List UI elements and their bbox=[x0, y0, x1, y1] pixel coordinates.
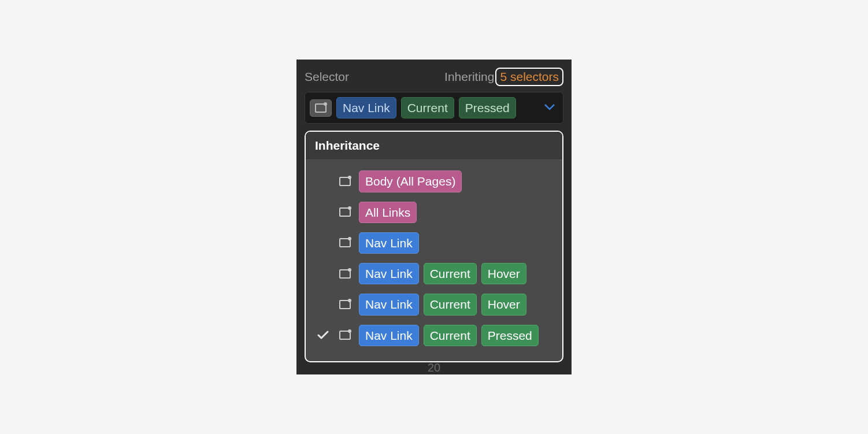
inheritance-row-tags: All Links bbox=[359, 202, 417, 223]
selector-tag[interactable]: Nav Link bbox=[359, 294, 419, 315]
selector-tag[interactable]: Pressed bbox=[481, 325, 539, 346]
selector-tag[interactable]: Current bbox=[424, 325, 477, 346]
inheritance-row-tags: Nav LinkCurrentPressed bbox=[359, 325, 539, 346]
element-icon bbox=[337, 207, 353, 217]
inheritance-row[interactable]: Nav LinkCurrentHover bbox=[313, 258, 555, 289]
element-icon bbox=[337, 269, 353, 279]
selector-tag[interactable]: All Links bbox=[359, 202, 417, 223]
inheritance-row[interactable]: Body (All Pages) bbox=[313, 166, 555, 196]
footer-number: 20 bbox=[305, 360, 563, 374]
inheritance-row-tags: Nav Link bbox=[359, 232, 419, 254]
element-icon bbox=[337, 331, 353, 340]
selector-dropdown-icon[interactable] bbox=[544, 103, 555, 113]
selector-tag[interactable]: Body (All Pages) bbox=[359, 170, 462, 192]
selector-heading: Selector bbox=[305, 70, 349, 84]
selector-tag[interactable]: Hover bbox=[481, 294, 526, 315]
inheritance-popover-title: Inheritance bbox=[306, 132, 562, 160]
selector-tag[interactable]: Pressed bbox=[459, 97, 516, 118]
inheriting-count-badge: 5 selectors bbox=[495, 68, 563, 86]
selector-tag[interactable]: Current bbox=[424, 294, 477, 315]
element-icon bbox=[337, 238, 353, 247]
selector-tag[interactable]: Hover bbox=[481, 263, 526, 284]
selector-tag[interactable]: Nav Link bbox=[359, 325, 419, 346]
style-panel: Selector Inheriting 5 selectors Nav Link… bbox=[296, 60, 572, 374]
inheritance-row[interactable]: Nav LinkCurrentHover bbox=[313, 289, 555, 320]
inheritance-row-tags: Nav LinkCurrentHover bbox=[359, 263, 526, 284]
inheritance-list: Body (All Pages)All LinksNav LinkNav Lin… bbox=[306, 160, 562, 361]
inheritance-row[interactable]: All Links bbox=[313, 197, 555, 228]
element-type-icon[interactable] bbox=[310, 99, 332, 117]
active-check-icon bbox=[315, 331, 331, 340]
inheritance-row[interactable]: Nav LinkCurrentPressed bbox=[313, 320, 555, 351]
element-icon bbox=[337, 177, 353, 186]
inheriting-label: Inheriting bbox=[444, 70, 494, 84]
selector-header-row: Selector Inheriting 5 selectors bbox=[305, 68, 563, 86]
selector-field[interactable]: Nav Link Current Pressed bbox=[305, 92, 563, 124]
selector-tag[interactable]: Nav Link bbox=[359, 263, 419, 284]
selector-tag[interactable]: Nav Link bbox=[359, 232, 419, 254]
selector-tag[interactable]: Nav Link bbox=[336, 97, 396, 118]
selector-tag[interactable]: Current bbox=[424, 263, 477, 284]
element-icon bbox=[315, 103, 327, 113]
inheritance-popover: Inheritance Body (All Pages)All LinksNav… bbox=[305, 131, 563, 362]
selector-tag[interactable]: Current bbox=[401, 97, 454, 118]
inheriting-indicator[interactable]: Inheriting 5 selectors bbox=[444, 68, 563, 86]
inheritance-row[interactable]: Nav Link bbox=[313, 228, 555, 258]
inheritance-row-tags: Body (All Pages) bbox=[359, 170, 462, 192]
element-icon bbox=[337, 300, 353, 309]
inheritance-row-tags: Nav LinkCurrentHover bbox=[359, 294, 526, 315]
